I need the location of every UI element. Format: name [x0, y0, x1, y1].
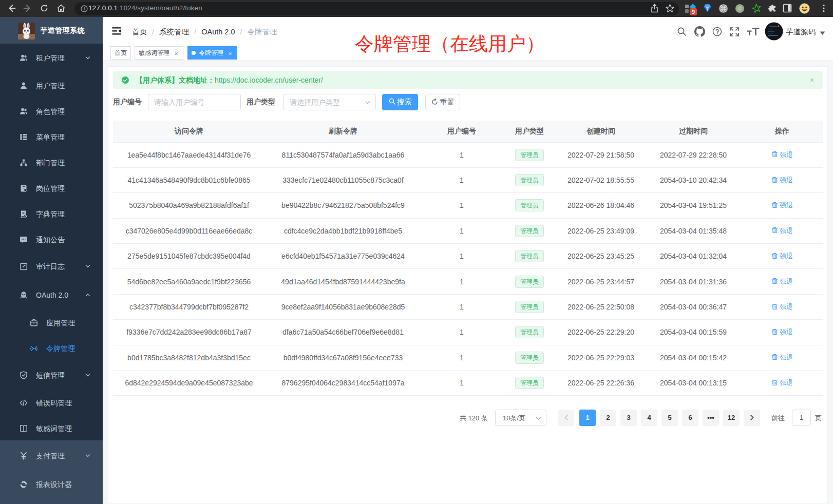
svg-text:9: 9: [692, 9, 695, 15]
